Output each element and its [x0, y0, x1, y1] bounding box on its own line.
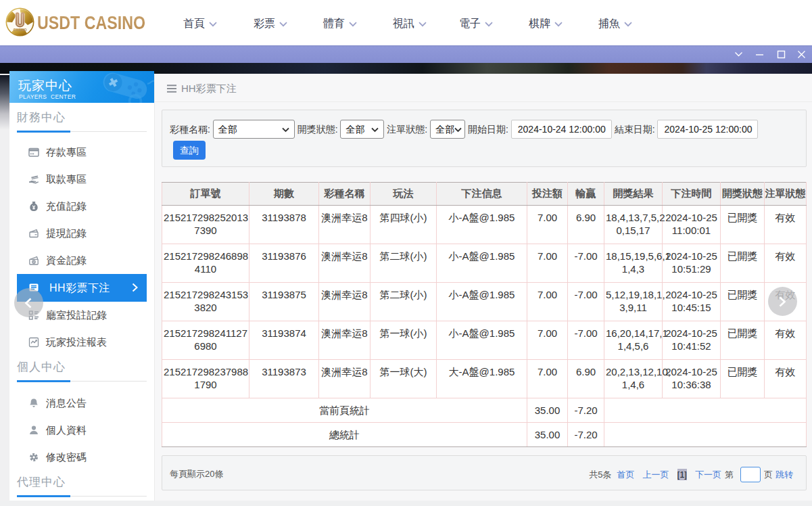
svg-text:CASINO: CASINO	[13, 28, 26, 32]
